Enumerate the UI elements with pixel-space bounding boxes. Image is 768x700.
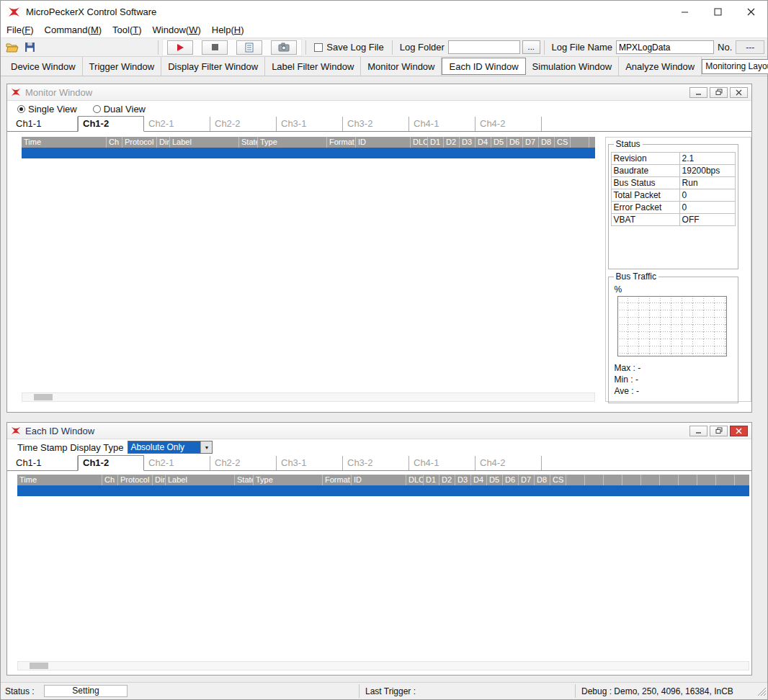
horizontal-scrollbar[interactable]	[22, 392, 595, 402]
window-tab[interactable]: Device Window	[4, 57, 83, 76]
column-header[interactable]: D7	[523, 137, 539, 148]
each-id-restore-button[interactable]	[710, 426, 728, 436]
screen-capture-button[interactable]	[271, 40, 297, 55]
column-header[interactable]: ID	[356, 137, 411, 148]
column-header[interactable]: State	[235, 475, 254, 485]
column-header[interactable]: State	[239, 137, 258, 148]
column-header[interactable]: D3	[460, 137, 475, 148]
column-header[interactable]: D2	[439, 475, 455, 485]
window-tab[interactable]: Simulation Window	[526, 57, 620, 76]
time-stamp-display-type-select[interactable]: Absolute Only ▼	[128, 441, 213, 454]
scrollbar-thumb[interactable]	[30, 663, 48, 669]
column-header[interactable]: CS	[555, 137, 571, 148]
log-file-name-input[interactable]	[616, 40, 714, 54]
channel-tab[interactable]: Ch2-2	[210, 117, 277, 131]
column-header[interactable]: Label	[170, 137, 239, 148]
column-header[interactable]: DLC	[411, 137, 428, 148]
channel-tab[interactable]: Ch4-1	[409, 456, 475, 470]
column-header[interactable]: D5	[491, 137, 507, 148]
view-mode-radio[interactable]: Dual View	[93, 104, 146, 115]
window-tab[interactable]: Monitor Window	[361, 57, 442, 76]
column-header[interactable]: CS	[550, 475, 566, 485]
monitor-window-titlebar[interactable]: Monitor Window	[7, 84, 751, 101]
window-tab[interactable]: Analyze Window	[619, 57, 702, 76]
horizontal-scrollbar[interactable]	[17, 661, 749, 670]
channel-tab[interactable]: Ch3-1	[277, 117, 343, 131]
minimize-button[interactable]	[668, 1, 701, 22]
menu-item[interactable]: Command(M)	[45, 23, 107, 37]
stop-monitoring-button[interactable]	[202, 40, 228, 55]
column-header[interactable]: D7	[519, 475, 535, 485]
monitor-restore-button[interactable]	[710, 87, 728, 98]
channel-tab[interactable]: Ch4-2	[475, 117, 542, 131]
column-header[interactable]: D1	[424, 475, 439, 485]
selected-row[interactable]	[22, 148, 595, 158]
each-id-close-button[interactable]	[730, 426, 748, 436]
column-header[interactable]: Format	[327, 137, 356, 148]
channel-tab[interactable]: Ch4-2	[475, 456, 542, 470]
monitor-minimize-button[interactable]	[689, 87, 707, 98]
channel-tab[interactable]: Ch1-2	[78, 455, 144, 471]
column-header[interactable]: Protocol	[118, 475, 153, 485]
each-id-minimize-button[interactable]	[689, 426, 707, 436]
log-list-button[interactable]	[236, 40, 262, 55]
log-folder-input[interactable]	[448, 40, 520, 54]
open-file-button[interactable]	[4, 40, 22, 55]
titlebar[interactable]: MicroPeckerX Control Software	[1, 1, 767, 22]
monitor-close-button[interactable]	[730, 87, 748, 98]
column-header[interactable]: Dir	[153, 475, 166, 485]
column-header[interactable]: Label	[166, 475, 235, 485]
channel-tab[interactable]: Ch1-1	[12, 117, 78, 131]
menu-item[interactable]: Help(H)	[212, 23, 250, 37]
channel-tab[interactable]: Ch1-2	[78, 116, 144, 132]
resize-grip[interactable]	[757, 687, 767, 699]
column-header[interactable]: Ch	[107, 137, 122, 148]
column-header[interactable]: Type	[258, 137, 327, 148]
menu-item[interactable]: Window(W)	[153, 23, 207, 37]
save-log-file-checkbox[interactable]: Save Log File	[314, 42, 384, 53]
channel-tab[interactable]: Ch3-1	[277, 456, 343, 470]
window-tab[interactable]: Trigger Window	[83, 57, 162, 76]
view-mode-radio[interactable]: Single View	[17, 104, 77, 115]
column-header[interactable]: D8	[539, 137, 555, 148]
save-file-button[interactable]	[22, 40, 40, 55]
column-header[interactable]: D4	[471, 475, 487, 485]
column-header[interactable]: D6	[507, 137, 523, 148]
channel-tab[interactable]: Ch2-1	[144, 117, 210, 131]
selected-row[interactable]	[17, 485, 749, 496]
layout-select[interactable]: Monitoring Layout ▼	[702, 59, 768, 74]
channel-tab[interactable]: Ch3-2	[343, 117, 409, 131]
column-header[interactable]: Format	[323, 475, 352, 485]
start-monitoring-button[interactable]	[167, 40, 193, 55]
channel-tab[interactable]: Ch2-1	[144, 456, 210, 470]
column-header[interactable]: Time	[17, 475, 102, 485]
window-tab[interactable]: Display Filter Window	[161, 57, 265, 76]
close-button[interactable]	[734, 1, 767, 22]
window-tab[interactable]: Each ID Window	[442, 58, 525, 75]
browse-folder-button[interactable]: ...	[522, 40, 540, 54]
channel-tab[interactable]: Ch1-1	[12, 456, 78, 470]
channel-tab[interactable]: Ch3-2	[343, 456, 409, 470]
column-header[interactable]: Type	[254, 475, 323, 485]
menu-item[interactable]: Tool(T)	[112, 23, 147, 37]
column-header[interactable]: D8	[535, 475, 550, 485]
column-header[interactable]: D6	[503, 475, 519, 485]
column-header[interactable]: D3	[455, 475, 471, 485]
channel-tab[interactable]: Ch2-2	[210, 456, 277, 470]
channel-tab[interactable]: Ch4-1	[409, 117, 475, 131]
column-header[interactable]: D5	[487, 475, 503, 485]
column-header[interactable]: Ch	[102, 475, 118, 485]
column-header[interactable]: Dir	[157, 137, 170, 148]
scrollbar-thumb[interactable]	[34, 394, 53, 400]
column-header[interactable]: ID	[352, 475, 406, 485]
column-header[interactable]: Protocol	[122, 137, 157, 148]
column-header[interactable]: DLC	[406, 475, 424, 485]
column-header[interactable]: Time	[22, 137, 107, 148]
menu-item[interactable]: File(F)	[6, 23, 40, 37]
column-header[interactable]: D4	[475, 137, 491, 148]
column-header[interactable]: D2	[444, 137, 460, 148]
column-header[interactable]: D1	[428, 137, 444, 148]
each-id-window-titlebar[interactable]: Each ID Window	[7, 423, 751, 439]
chevron-down-icon[interactable]: ▼	[200, 441, 212, 453]
window-tab[interactable]: Label Filter Window	[265, 57, 361, 76]
